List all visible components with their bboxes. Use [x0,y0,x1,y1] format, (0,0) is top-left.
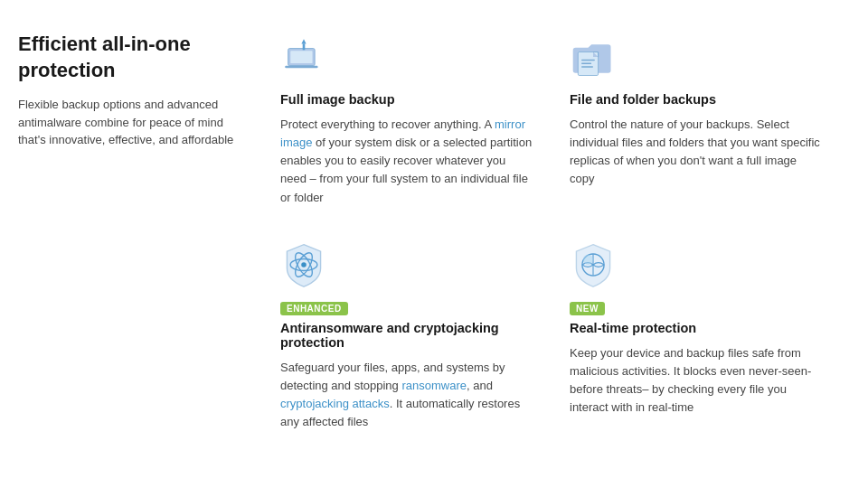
shield-atom-icon [280,234,533,288]
feature-body: Protect everything to recover anything. … [280,116,533,207]
feature-title: Real-time protection [570,321,823,335]
folder-icon [570,27,823,81]
svg-rect-1 [290,51,312,63]
page-description: Flexible backup options and advanced ant… [18,96,244,149]
new-badge: NEW [570,302,605,315]
ransomware-link[interactable]: ransomware [401,379,467,392]
svg-rect-8 [581,66,593,67]
svg-point-12 [301,262,307,267]
feature-body: Control the nature of your backups. Sele… [570,116,823,189]
svg-rect-4 [285,66,317,69]
backup-icon [280,27,533,81]
page-title: Efficient all-in-one protection [18,32,244,83]
feature-body: Safeguard your files, apps, and systems … [280,359,533,432]
shield-realtime-icon [570,234,823,288]
feature-title: Full image backup [280,92,533,107]
feature-realtime-protection: NEW Real-time protection Keep your devic… [552,234,841,459]
svg-rect-6 [581,60,595,61]
feature-title: Antiransomware and cryptojacking protect… [280,321,533,350]
feature-antiransomware: ENHANCED Antiransomware and cryptojackin… [262,234,552,459]
main-grid: Efficient all-in-one protection Flexible… [18,27,841,458]
enhanced-badge: ENHANCED [280,302,348,315]
feature-title: File and folder backups [570,92,823,107]
svg-point-15 [583,255,593,265]
cryptojacking-link[interactable]: cryptojacking attacks [280,397,390,410]
mirror-image-link[interactable]: mirror image [280,117,525,149]
feature-file-folder-backups: File and folder backups Control the natu… [552,27,841,234]
svg-rect-7 [581,63,591,64]
feature-body: Keep your device and backup files safe f… [570,344,823,418]
svg-marker-2 [301,39,306,43]
feature-full-image-backup: Full image backup Protect everything to … [262,27,552,234]
svg-rect-3 [303,43,306,50]
left-panel: Efficient all-in-one protection Flexible… [18,27,262,458]
